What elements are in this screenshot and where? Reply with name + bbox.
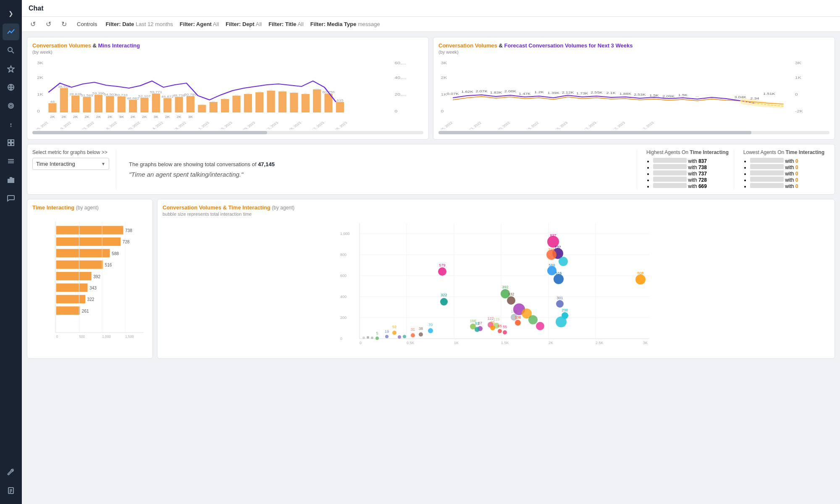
svg-text:1.83K: 1.83K	[490, 90, 502, 94]
svg-point-6	[8, 103, 13, 108]
svg-text:Apr 2, 2023: Apr 2, 2023	[637, 121, 655, 129]
svg-text:588: 588	[549, 263, 555, 267]
svg-text:2.06K: 2.06K	[504, 89, 517, 93]
svg-text:0.07K: 0.07K	[447, 91, 459, 95]
sidebar-item-bar[interactable]	[3, 171, 19, 188]
sidebar-item-radio[interactable]	[3, 97, 19, 114]
right-chart-panel: Conversation Volumes & Forecast Conversa…	[433, 37, 835, 140]
metric-select-label: Select metric for graphs below >>	[32, 149, 109, 155]
svg-text:...: ...	[223, 96, 227, 99]
sidebar-item-wrench[interactable]	[3, 464, 19, 480]
svg-point-5	[10, 104, 12, 107]
svg-text:322: 322	[87, 297, 94, 302]
svg-text:Feb 12, 2023: Feb 12, 2023	[259, 121, 279, 129]
sidebar-item-network[interactable]	[3, 79, 19, 96]
redo2-button[interactable]: ↻	[60, 19, 68, 29]
redo1-button[interactable]: ↺	[44, 19, 53, 29]
svg-text:2K: 2K	[441, 76, 447, 80]
svg-rect-152	[56, 238, 121, 246]
page-title: Chat	[29, 5, 44, 12]
sidebar-item-star[interactable]	[3, 60, 19, 77]
right-chart-svg: 3K 2K 1K 0 3K 1K 0 -2K	[438, 58, 830, 129]
svg-text:322: 322	[441, 293, 447, 297]
svg-text:2.09K: 2.09K	[662, 94, 675, 98]
svg-text:200: 200	[562, 308, 568, 312]
svg-text:2K: 2K	[131, 115, 136, 118]
svg-text:...: ...	[292, 89, 296, 93]
svg-rect-12	[11, 143, 14, 146]
svg-text:200: 200	[340, 316, 346, 320]
svg-text:728: 728	[548, 248, 554, 252]
svg-point-245	[392, 331, 396, 335]
svg-text:1.47K: 1.47K	[519, 91, 531, 95]
svg-rect-156	[56, 261, 103, 269]
svg-point-243	[503, 330, 507, 334]
sidebar-item-analytics[interactable]	[3, 24, 19, 40]
sidebar-item-chat[interactable]	[3, 190, 19, 206]
filter-dept[interactable]: Filter: Dept All	[226, 21, 262, 27]
svg-text:Dec 18, 2022: Dec 18, 2022	[167, 121, 187, 129]
svg-text:392: 392	[502, 285, 508, 289]
left-chart-title: Conversation Volumes & Mins Interacting	[32, 42, 423, 49]
right-chart-title: Conversation Volumes & Forecast Conversa…	[438, 42, 830, 49]
dropdown-arrow-icon: ▼	[101, 162, 105, 166]
svg-rect-31	[48, 103, 56, 112]
svg-text:1.39K: 1.39K	[548, 91, 560, 94]
svg-text:2.07K: 2.07K	[475, 89, 488, 93]
svg-text:600: 600	[340, 274, 346, 278]
sidebar-item-grid[interactable]	[3, 134, 19, 151]
svg-text:400: 400	[340, 295, 346, 299]
sidebar-item-list[interactable]	[3, 153, 19, 170]
svg-point-247	[419, 332, 423, 337]
svg-point-251	[385, 335, 388, 338]
controls-button[interactable]: Controls	[75, 20, 99, 28]
svg-point-233	[490, 325, 495, 330]
undo-button[interactable]: ↺	[29, 19, 37, 29]
toolbar: ↺ ↺ ↻ Controls Filter: Date Last 12 mont…	[22, 17, 840, 32]
sidebar-item-alert[interactable]	[3, 116, 19, 133]
svg-text:...: ...	[258, 89, 261, 92]
filter-title[interactable]: Filter: Title All	[268, 21, 304, 27]
svg-text:2K: 2K	[108, 115, 113, 118]
svg-text:261: 261	[82, 309, 89, 313]
sidebar-item-report[interactable]	[3, 482, 19, 499]
svg-text:2K: 2K	[50, 115, 55, 118]
svg-text:1.2K: 1.2K	[534, 90, 544, 94]
svg-text:2.12K: 2.12K	[562, 90, 574, 94]
svg-text:38: 38	[419, 326, 423, 331]
svg-point-8	[11, 126, 11, 127]
metric-select-dropdown[interactable]: Time Interacting ▼	[32, 158, 109, 170]
svg-rect-164	[56, 306, 80, 315]
svg-rect-53	[175, 97, 183, 112]
svg-text:392: 392	[93, 274, 100, 279]
svg-rect-63	[232, 96, 240, 112]
svg-text:...: ...	[281, 88, 284, 91]
filter-media-type[interactable]: Filter: Media Type message	[310, 21, 380, 27]
svg-rect-11	[8, 143, 10, 146]
svg-text:0: 0	[37, 109, 40, 113]
svg-text:Jan 1, 2023: Jan 1, 2023	[192, 121, 210, 129]
svg-text:Nov 20, 2022: Nov 20, 2022	[491, 121, 511, 129]
svg-text:2K: 2K	[37, 76, 44, 80]
sidebar-item-search[interactable]	[3, 42, 19, 59]
svg-text:Sep 25, 2022: Sep 25, 2022	[32, 121, 49, 129]
bubble-chart-note: bubble size represents total interaction…	[163, 212, 830, 217]
svg-text:2K: 2K	[142, 115, 147, 118]
svg-point-253	[375, 337, 379, 340]
svg-text:800: 800	[340, 253, 346, 257]
svg-text:52: 52	[392, 325, 396, 329]
svg-text:60,...: 60,...	[395, 61, 406, 65]
svg-text:50,789: 50,789	[184, 93, 197, 96]
svg-rect-67	[255, 92, 263, 112]
svg-text:Mar 12, 2023: Mar 12, 2023	[305, 121, 325, 129]
svg-text:1K: 1K	[795, 76, 802, 80]
filter-date[interactable]: Filter: Date Last 12 months	[105, 21, 173, 27]
svg-point-210	[635, 274, 646, 285]
filter-agent[interactable]: Filter: Agent All	[180, 21, 219, 27]
svg-text:...: ...	[246, 91, 249, 94]
svg-point-259	[403, 335, 406, 338]
sidebar-collapse[interactable]: ❯	[3, 5, 19, 22]
svg-text:3.04K: 3.04K	[734, 95, 746, 99]
svg-point-241	[498, 329, 502, 333]
svg-rect-16	[8, 179, 10, 183]
